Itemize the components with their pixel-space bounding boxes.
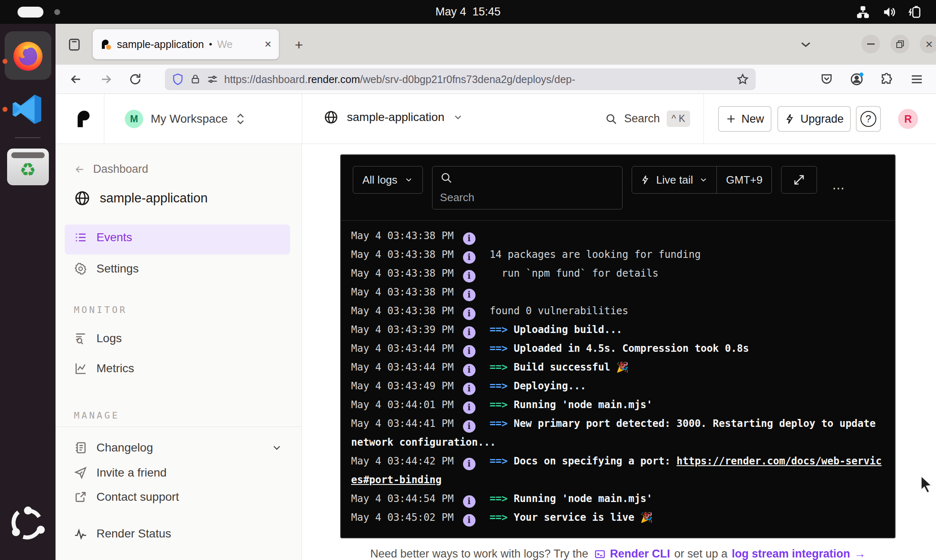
info-icon: i [463, 495, 476, 508]
sidebar-section-monitor: MONITOR [74, 305, 127, 315]
log-timestamp: May 4 03:43:49 PM [351, 380, 454, 392]
url-bar[interactable]: https://dashboard.render.com/web/srv-d0b… [165, 68, 756, 90]
pocket-icon[interactable] [818, 71, 835, 88]
log-timestamp: May 4 03:43:44 PM [351, 361, 454, 373]
volume-icon[interactable] [882, 5, 896, 19]
sidebar-item-events[interactable]: Events [74, 231, 132, 244]
url-text[interactable]: https://dashboard.render.com/web/srv-d0b… [224, 73, 731, 86]
dock-firefox[interactable] [0, 31, 56, 80]
new-button[interactable]: New [718, 106, 772, 132]
log-message: Your service is live 🎉 [514, 512, 653, 523]
footer-arrow: → [854, 547, 865, 560]
sidebar-item-settings[interactable]: Settings [74, 262, 139, 275]
info-icon: i [463, 308, 476, 320]
battery-charging-icon[interactable] [908, 5, 923, 19]
log-row: May 4 03:44:54 PMi==> Running 'node main… [351, 489, 885, 508]
chevron-down-icon [271, 442, 283, 454]
extensions-icon[interactable] [878, 71, 896, 88]
tab-close-icon[interactable]: × [265, 38, 271, 50]
log-arrow: ==> [490, 361, 514, 373]
workspace-name: My Workspace [151, 112, 228, 126]
dock-trash[interactable]: ♻ [0, 149, 56, 185]
new-tab-button[interactable]: + [289, 35, 309, 54]
sidebar-back-dashboard[interactable]: Dashboard [74, 163, 148, 176]
log-timestamp: May 4 03:43:38 PM [351, 267, 454, 279]
log-timestamp: May 4 03:44:42 PM [351, 455, 454, 467]
log-timestamp: May 4 03:45:02 PM [351, 512, 454, 523]
status-pulse-icon [74, 527, 87, 540]
chevron-down-icon [453, 112, 463, 123]
log-filter-dropdown[interactable]: All logs [353, 166, 423, 194]
upgrade-button[interactable]: Upgrade [777, 106, 851, 132]
service-breadcrumb[interactable]: sample-application [324, 110, 463, 125]
sidebar-item-changelog[interactable]: Changelog [74, 441, 283, 454]
tab-sample-application[interactable]: sample-application • We × [93, 29, 279, 59]
expand-logs-button[interactable] [781, 166, 817, 194]
info-icon: i [463, 251, 476, 264]
permissions-icon[interactable] [207, 73, 218, 85]
firefox-running-dot [3, 59, 8, 64]
plus-icon [726, 114, 736, 124]
tab-bullet: • [209, 39, 212, 50]
bookmark-star-icon[interactable] [736, 73, 749, 86]
sidebar-item-metrics[interactable]: Metrics [74, 362, 134, 375]
window-maximize-button[interactable] [890, 35, 909, 53]
window-close-button[interactable]: × [920, 35, 936, 53]
info-icon: i [463, 345, 476, 358]
vscode-icon [10, 92, 46, 127]
log-toolbar: All logs Search Live tai [341, 155, 895, 221]
sidebar-item-render-status[interactable]: Render Status [74, 527, 171, 540]
live-tail-group: Live tail GMT+9 [632, 166, 772, 194]
footer-text: Need better ways to work with logs? Try … [370, 547, 588, 560]
window-minimize-button[interactable] [861, 35, 880, 53]
render-cli-link[interactable]: Render CLI [610, 547, 670, 560]
sidebar-item-contact-support[interactable]: Contact support [74, 490, 179, 504]
search-label: Search [624, 112, 660, 125]
log-stream-link[interactable]: log stream integration [732, 547, 850, 560]
bolt-icon [784, 114, 795, 124]
log-timestamp: May 4 03:43:44 PM [351, 343, 454, 354]
global-search[interactable]: Search ^ K [605, 111, 690, 127]
logs-icon [74, 332, 87, 345]
log-arrow: ==> [490, 399, 514, 411]
dock-ubuntu[interactable] [0, 505, 56, 543]
external-link-icon [74, 490, 87, 504]
list-tabs-chevron-icon[interactable] [798, 36, 814, 52]
lock-icon[interactable] [190, 74, 201, 85]
log-more-button[interactable]: ⋯ [832, 181, 845, 195]
render-logo[interactable] [74, 108, 95, 130]
render-favicon [100, 38, 112, 50]
firefox-view-icon[interactable] [65, 35, 84, 54]
sidebar-item-invite[interactable]: Invite a friend [74, 466, 167, 479]
tracking-shield-icon[interactable] [172, 73, 184, 86]
tab-title-truncated: We [217, 38, 235, 50]
help-button[interactable]: ? [856, 106, 881, 132]
forward-icon[interactable] [97, 71, 115, 88]
header-divider-workspace [302, 94, 302, 144]
account-icon[interactable] [848, 71, 865, 88]
terminal-icon [594, 548, 606, 560]
log-rows[interactable]: May 4 03:43:38 PMiMay 4 03:43:38 PMi14 p… [341, 221, 895, 537]
list-icon [74, 231, 87, 244]
live-tail-button[interactable]: Live tail [632, 166, 716, 193]
log-timestamp: May 4 03:44:01 PM [351, 399, 454, 411]
user-avatar[interactable]: R [898, 109, 918, 129]
timezone-button[interactable]: GMT+9 [716, 166, 772, 193]
log-timestamp: May 4 03:43:38 PM [351, 230, 454, 242]
menu-icon[interactable] [908, 71, 926, 88]
info-icon: i [463, 420, 476, 433]
log-search-input[interactable]: Search [432, 166, 622, 209]
back-icon[interactable] [67, 71, 85, 88]
dock-vscode[interactable] [0, 92, 56, 127]
back-label: Dashboard [93, 163, 148, 176]
log-row: May 4 03:43:38 PMi14 packages are lookin… [351, 245, 885, 264]
workspace-switcher[interactable]: M My Workspace [125, 110, 245, 128]
sidebar-item-logs[interactable]: Logs [74, 332, 122, 345]
log-panel: All logs Search Live tai [340, 154, 896, 538]
log-message: Uploaded in 4.5s. Compression took 0.8s [514, 343, 749, 354]
log-message: 14 packages are looking for funding [490, 249, 701, 260]
vscode-running-dot [3, 107, 8, 112]
network-icon[interactable] [856, 5, 870, 19]
system-clock[interactable]: May 4 15:45 [0, 0, 936, 24]
reload-icon[interactable] [126, 71, 144, 88]
